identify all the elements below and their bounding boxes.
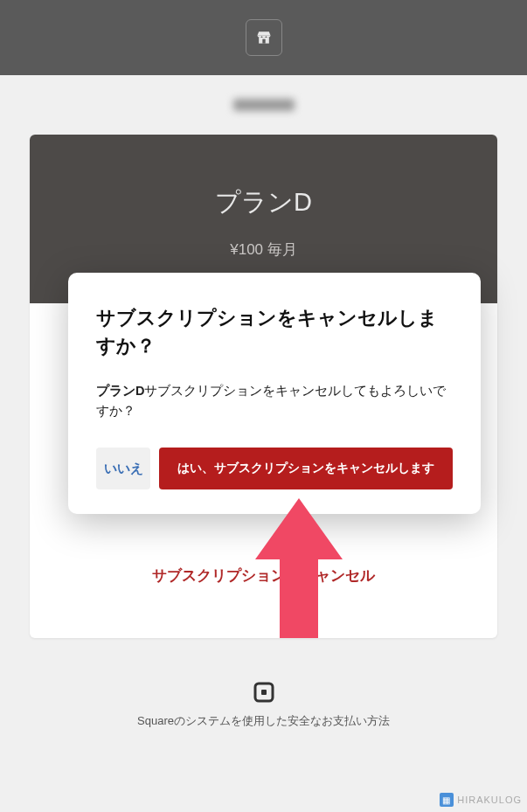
- plan-name: プランD: [47, 185, 480, 220]
- dialog-body: プランDサブスクリプションをキャンセルしてもよろしいですか？: [96, 381, 453, 421]
- shop-icon: [255, 29, 273, 46]
- svg-rect-3: [261, 690, 267, 695]
- watermark-icon: ▦: [440, 793, 454, 807]
- dialog-title: サブスクリプションをキャンセルしますか？: [96, 304, 453, 360]
- watermark-text: HIRAKULOG: [457, 795, 522, 805]
- dialog-actions: いいえ はい、サブスクリプションをキャンセルします: [96, 448, 453, 489]
- cancel-no-button[interactable]: いいえ: [96, 448, 150, 489]
- topbar: [0, 0, 527, 75]
- dialog-body-text: サブスクリプションをキャンセルしてもよろしいですか？: [96, 384, 446, 418]
- dialog-plan-name: プランD: [96, 384, 144, 398]
- watermark: ▦ HIRAKULOG: [440, 793, 522, 807]
- cancel-yes-button[interactable]: はい、サブスクリプションをキャンセルします: [159, 448, 453, 489]
- blurred-merchant-name: [0, 75, 527, 135]
- footer: Squareのシステムを使用した安全なお支払い方法: [0, 682, 527, 729]
- footer-text: Squareのシステムを使用した安全なお支払い方法: [0, 713, 527, 729]
- svg-rect-1: [262, 39, 265, 44]
- plan-price: ¥100 毎月: [47, 239, 480, 260]
- cancel-subscription-link[interactable]: サブスクリプションをキャンセル: [152, 566, 375, 586]
- shop-icon-button[interactable]: [246, 19, 282, 56]
- cancel-confirmation-dialog: サブスクリプションをキャンセルしますか？ プランDサブスクリプションをキャンセル…: [68, 273, 481, 514]
- square-logo-icon: [253, 682, 274, 703]
